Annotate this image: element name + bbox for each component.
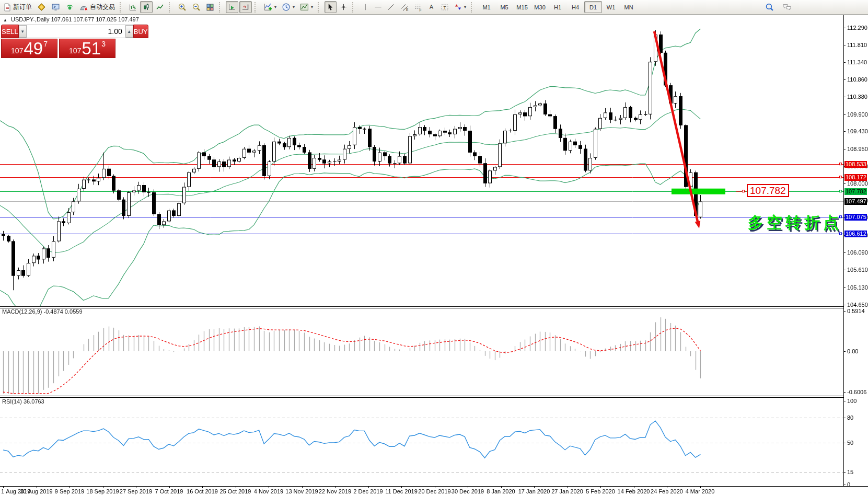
price-level-label-107.075: 107.075 <box>844 214 867 221</box>
sell-price-prefix: 107 <box>11 47 23 55</box>
sell-price-big: 49 <box>24 41 43 56</box>
sell-price-display[interactable]: 107 49 7 <box>1 39 57 58</box>
price-level-label-108.172: 108.172 <box>844 174 867 181</box>
pivot-annotation-text[interactable]: 多空转折点 <box>748 212 842 234</box>
collapse-panel-arrow-icon[interactable]: ▲ <box>3 18 7 22</box>
ohlc-values: 107.061 107.677 107.025 107.497 <box>51 16 139 22</box>
buy-button[interactable]: BUY <box>133 25 148 38</box>
symbol-period-label: USDJPY-,Daily <box>11 16 50 22</box>
volume-input[interactable] <box>27 25 125 38</box>
price-callout-tag[interactable]: 107.782 <box>747 184 789 197</box>
chart-canvas[interactable] <box>0 0 868 495</box>
sell-price-pip: 7 <box>43 40 48 48</box>
volume-increase-button[interactable]: ▲ <box>125 25 133 38</box>
volume-decrease-button[interactable]: ▼ <box>19 25 27 38</box>
price-level-label-108.533: 108.533 <box>844 161 867 168</box>
trading-app-window: 新订单 自动交易 ▾ ▾ ▾ E F A T ▾ <box>0 0 868 495</box>
chart-title: ▲ USDJPY-,Daily 107.061 107.677 107.025 … <box>3 16 139 22</box>
one-click-trading-panel: SELL ▼ ▲ BUY 107 49 7 107 51 3 <box>1 25 115 58</box>
price-level-label-107.782: 107.782 <box>844 188 867 195</box>
sell-button[interactable]: SELL <box>1 25 19 38</box>
rsi-indicator-label: RSI(14) 36.0763 <box>2 398 44 405</box>
bid-price-label: 107.497 <box>844 198 867 205</box>
volume-control: ▼ ▲ <box>19 25 133 38</box>
buy-price-prefix: 107 <box>69 47 81 55</box>
price-level-label-106.612: 106.612 <box>844 231 867 237</box>
macd-indicator-label: MACD(12,26,9) -0.4874 0.0559 <box>2 308 83 315</box>
buy-price-display[interactable]: 107 51 3 <box>59 39 115 58</box>
buy-price-pip: 3 <box>101 40 106 48</box>
buy-price-big: 51 <box>82 41 101 56</box>
